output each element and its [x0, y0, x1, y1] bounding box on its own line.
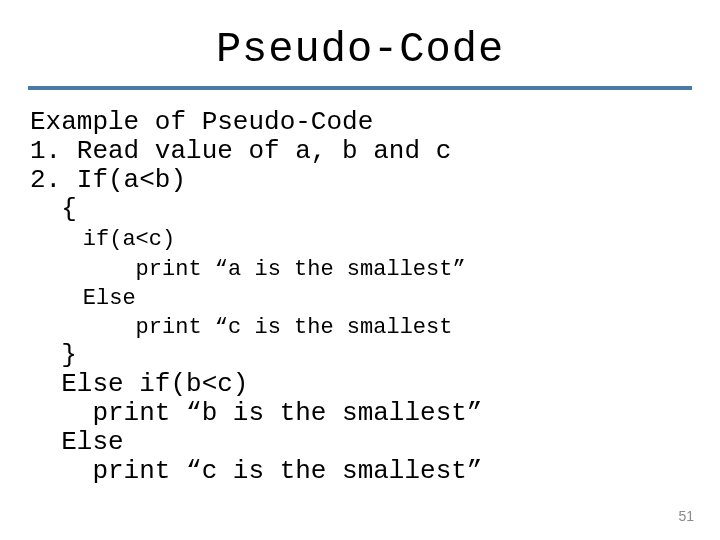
- line-2: 2. If(a<b): [30, 165, 186, 195]
- line-print-b: print “b is the smallest”: [30, 398, 482, 428]
- line-else-1: Else: [30, 286, 136, 311]
- line-if-ac: if(a<c): [30, 227, 175, 252]
- line-elseif: Else if(b<c): [30, 369, 248, 399]
- page-number: 51: [678, 508, 694, 524]
- line-brace-close: }: [30, 340, 77, 370]
- line-1: 1. Read value of a, b and c: [30, 136, 451, 166]
- line-print-a: print “a is the smallest”: [30, 257, 466, 282]
- line-example: Example of Pseudo-Code: [30, 107, 373, 137]
- title-underline: [28, 86, 692, 90]
- line-print-c2: print “c is the smallest”: [30, 456, 482, 486]
- line-brace-open: {: [30, 194, 77, 224]
- slide-title: Pseudo-Code: [0, 0, 720, 86]
- line-else-2: Else: [30, 427, 124, 457]
- slide: Pseudo-Code Example of Pseudo-Code 1. Re…: [0, 0, 720, 540]
- slide-body: Example of Pseudo-Code 1. Read value of …: [0, 108, 720, 486]
- line-print-c1: print “c is the smallest: [30, 315, 452, 340]
